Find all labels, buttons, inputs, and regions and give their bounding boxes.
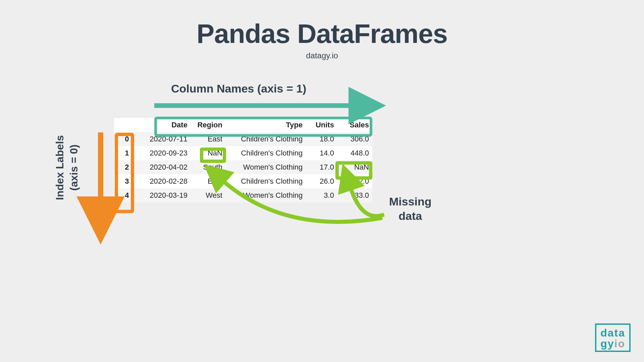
cell-date: 2020-02-28	[135, 174, 191, 188]
cell-region: East	[191, 174, 226, 188]
index-label-main: Index Labels	[54, 135, 66, 200]
cell-sales: 33.0	[337, 188, 372, 202]
logo-line2a: gy	[600, 338, 614, 350]
cell-units: 3.0	[306, 188, 337, 202]
missing-line2: data	[398, 209, 422, 222]
cell-date: 2020-09-23	[135, 146, 191, 160]
column-axis-label: Column Names (axis = 1)	[171, 82, 306, 95]
page-title: Pandas DataFrames	[0, 18, 644, 49]
table-row: 32020-02-28EastChildren's Clothing26.083…	[114, 174, 372, 188]
table-row: 42020-03-19WestWomen's Clothing3.033.0	[114, 188, 372, 202]
cell-type: Women's Clothing	[226, 188, 306, 202]
cell-sales: 448.0	[337, 146, 372, 160]
page-subtitle: datagy.io	[0, 51, 644, 60]
cell-date: 2020-04-02	[135, 160, 191, 174]
index-axis-label: Index Labels (axis = 0)	[53, 135, 81, 200]
datagy-logo: data gyio	[595, 323, 631, 352]
table-row: 12020-09-23NaNChildren's Clothing14.0448…	[114, 146, 372, 160]
index-label-axis: (axis = 0)	[67, 135, 81, 200]
cell-type: Children's Clothing	[226, 174, 306, 188]
cell-region: West	[191, 188, 226, 202]
nan-highlight-sales	[335, 161, 372, 180]
table-row: 22020-04-02SouthWomen's Clothing17.0NaN	[114, 160, 372, 174]
header-index	[114, 118, 135, 132]
missing-data-label: Missing data	[389, 194, 432, 223]
cell-date: 2020-03-19	[135, 188, 191, 202]
cell-type: Children's Clothing	[226, 146, 306, 160]
nan-highlight-region	[200, 147, 226, 163]
cell-type: Women's Clothing	[226, 160, 306, 174]
logo-line2b: io	[614, 338, 625, 350]
cell-units: 14.0	[306, 146, 337, 160]
missing-line1: Missing	[389, 195, 432, 208]
logo-line1: data	[600, 327, 625, 338]
index-highlight-box	[115, 133, 134, 213]
columns-highlight-box	[154, 117, 372, 137]
cell-units: 17.0	[306, 160, 337, 174]
cell-units: 26.0	[306, 174, 337, 188]
